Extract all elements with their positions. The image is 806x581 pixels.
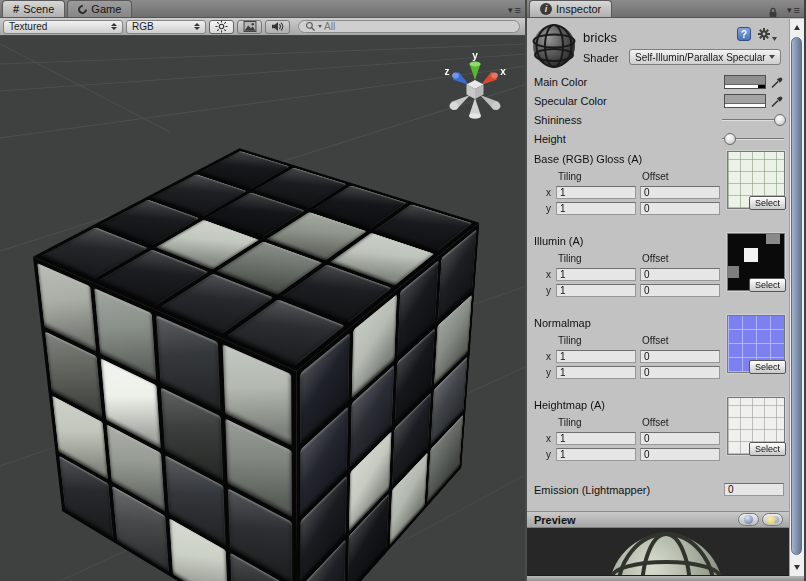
tab-game[interactable]: Game <box>67 0 132 17</box>
scene-toolbar: Textured RGB <box>0 18 525 36</box>
help-button[interactable]: ? <box>737 27 751 41</box>
normalmap-offset-x-input[interactable] <box>640 350 720 363</box>
settings-button[interactable] <box>757 27 777 41</box>
gizmo-y-axis-cone[interactable] <box>470 64 481 80</box>
menu-icon: ≡ <box>794 5 800 16</box>
heightmap-tiling-y-input[interactable] <box>556 448 636 461</box>
illumin-texture-thumbnail[interactable]: Select <box>727 233 785 291</box>
eyedropper-icon[interactable] <box>770 94 784 108</box>
shininess-slider-knob[interactable] <box>774 114 786 126</box>
heightmap-texture-select-button[interactable]: Select <box>749 442 786 456</box>
tiling-header: Tiling <box>556 417 636 428</box>
illumin-texture-select-button[interactable]: Select <box>749 278 786 292</box>
shader-dropdown[interactable]: Self-Illumin/Parallax Specular <box>629 49 781 65</box>
preview-panel: Preview <box>527 511 804 581</box>
emission-input[interactable] <box>724 483 784 496</box>
inspector-panel: i Inspector ▾ ≡ <box>527 0 804 581</box>
preview-mesh-button[interactable] <box>738 513 759 526</box>
normalmap-tiling-y-input[interactable] <box>556 366 636 379</box>
main-color-row: Main Color <box>527 72 789 91</box>
inspector-tabbar: i Inspector ▾ ≡ <box>527 0 804 18</box>
emission-row: Emission (Lightmapper) <box>527 480 789 499</box>
main-color-swatch[interactable] <box>724 75 766 89</box>
base-offset-x-input[interactable] <box>640 186 720 199</box>
sun-icon <box>215 20 228 33</box>
material-sphere-icon <box>532 24 576 68</box>
sphere-icon <box>744 515 753 524</box>
axis-label-y: y <box>540 449 552 460</box>
heightmap-offset-x-input[interactable] <box>640 432 720 445</box>
base-tiling-y-input[interactable] <box>556 202 636 215</box>
scene-panel-menu-button[interactable]: ▾ ≡ <box>508 5 521 16</box>
updown-arrows-icon <box>111 23 117 30</box>
tab-inspector[interactable]: i Inspector <box>529 0 612 17</box>
panel-resize-handle[interactable] <box>527 576 804 581</box>
base-texture-thumbnail[interactable]: Select <box>727 151 785 209</box>
base-tiling-x-input[interactable] <box>556 186 636 199</box>
search-input[interactable] <box>324 21 513 32</box>
inspector-content: bricks Shader Self-Illumin/Parallax Spec… <box>527 18 789 511</box>
scroll-up-arrow[interactable] <box>794 25 800 30</box>
normalmap-offset-y-input[interactable] <box>640 366 720 379</box>
texture-section-base: Base (RGB) Gloss (A) Tiling Offset x y S… <box>527 148 789 230</box>
base-texture-select-button[interactable]: Select <box>749 196 786 210</box>
offset-header: Offset <box>640 171 720 182</box>
offset-header: Offset <box>640 335 720 346</box>
scene-lighting-toggle[interactable] <box>209 20 234 34</box>
normalmap-tiling-x-input[interactable] <box>556 350 636 363</box>
shininess-row: Shininess <box>527 110 789 129</box>
eyedropper-icon[interactable] <box>770 75 784 89</box>
scene-audio-toggle[interactable] <box>265 20 290 34</box>
normalmap-texture-thumbnail[interactable]: Select <box>727 315 785 373</box>
inspector-scrollbar[interactable] <box>789 19 804 576</box>
heightmap-tiling-x-input[interactable] <box>556 432 636 445</box>
tab-scene-label: Scene <box>23 3 54 15</box>
scene-viewport[interactable]: y x z <box>0 36 525 581</box>
illumin-tiling-x-input[interactable] <box>556 268 636 281</box>
illumin-tiling-y-input[interactable] <box>556 284 636 297</box>
heightmap-offset-y-input[interactable] <box>640 448 720 461</box>
render-mode-dropdown[interactable]: Textured <box>3 20 123 34</box>
inspector-panel-menu-button[interactable]: ▾ ≡ <box>787 5 800 16</box>
preview-viewport[interactable] <box>527 528 804 576</box>
game-icon <box>76 3 89 16</box>
gear-icon <box>757 27 771 41</box>
menu-icon: ≡ <box>515 5 521 16</box>
scene-orientation-gizmo[interactable]: y x z <box>437 48 513 124</box>
illumin-offset-x-input[interactable] <box>640 268 720 281</box>
material-name: bricks <box>583 30 617 45</box>
tab-inspector-label: Inspector <box>556 3 601 15</box>
unity-editor-window: # Scene Game ▾ ≡ Textured RGB <box>0 0 806 581</box>
updown-arrows-icon <box>194 23 200 30</box>
base-offset-y-input[interactable] <box>640 202 720 215</box>
tiling-header: Tiling <box>556 253 636 264</box>
gizmo-y-label: y <box>472 50 478 61</box>
offset-header: Offset <box>640 253 720 264</box>
heightmap-texture-thumbnail[interactable]: Select <box>727 397 785 455</box>
chevron-down-icon <box>769 55 775 59</box>
scene-search-field[interactable] <box>298 20 520 33</box>
chevron-down-icon: ▾ <box>508 6 513 15</box>
rubiks-cube-object[interactable] <box>146 197 398 551</box>
color-mode-dropdown[interactable]: RGB <box>126 20 206 34</box>
specular-color-row: Specular Color <box>527 91 789 110</box>
scrollbar-thumb[interactable] <box>791 37 802 555</box>
scroll-down-arrow[interactable] <box>794 565 800 570</box>
height-slider[interactable] <box>722 132 784 146</box>
axis-label-x: x <box>540 187 552 198</box>
shininess-slider[interactable] <box>722 113 784 127</box>
height-slider-knob[interactable] <box>724 133 736 145</box>
tab-scene[interactable]: # Scene <box>2 0 65 17</box>
search-icon <box>305 21 316 32</box>
specular-color-swatch[interactable] <box>724 94 766 108</box>
offset-header: Offset <box>640 417 720 428</box>
specular-color-label: Specular Color <box>534 95 724 107</box>
image-icon <box>243 21 257 32</box>
light-dot-icon <box>767 516 775 524</box>
scene-skybox-toggle[interactable] <box>237 20 262 34</box>
preview-lighting-button[interactable] <box>762 513 783 526</box>
preview-header[interactable]: Preview <box>527 511 804 528</box>
main-color-label: Main Color <box>534 76 724 88</box>
normalmap-texture-select-button[interactable]: Select <box>749 360 786 374</box>
illumin-offset-y-input[interactable] <box>640 284 720 297</box>
